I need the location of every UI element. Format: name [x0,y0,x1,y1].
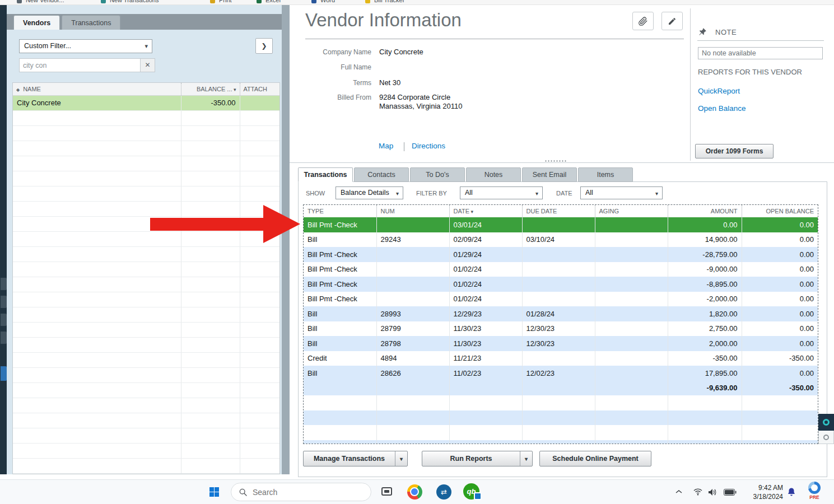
transactions-table-header[interactable]: TYPE NUM DATE DUE DATE AGING AMOUNT OPEN… [304,205,818,217]
vendor-row-empty [13,231,279,246]
rail-shortcut-icon[interactable] [1,332,7,344]
transaction-row[interactable]: Bill2879811/30/2312/30/232,000.000.00 [304,336,818,351]
pre-badge: PRE [807,494,822,500]
pre-app-icon [808,482,821,494]
vendor-row-empty [13,201,279,216]
left-panel-tabs: Vendors Transactions [7,14,282,30]
vendor-row[interactable]: City Concrete-350.00 [13,95,279,110]
tab-sent-email[interactable]: Sent Email [522,167,577,182]
order-1099-forms-button[interactable]: Order 1099 Forms [695,144,774,158]
field-billed-from: Billed From 9284 Corporate Circle Manass… [305,93,462,111]
transaction-row[interactable]: Bill Pmt -Check03/01/240.000.00 [304,217,818,232]
taskbar-clock[interactable]: 9:42 AM 3/18/2024 [740,483,783,501]
quickreport-link[interactable]: QuickReport [698,87,740,95]
column-header-open-balance: OPEN BALANCE [742,205,818,217]
custom-filter-value: Custom Filter... [24,42,71,50]
show-filter-label: SHOW [306,190,325,197]
filter-by-label: FILTER BY [416,190,447,197]
tab-transactions-left[interactable]: Transactions [62,15,120,30]
vendor-center-left-panel: Vendors Transactions Custom Filter... NA… [7,5,282,474]
task-view-button[interactable] [381,487,392,496]
field-label: Company Name [305,48,371,57]
clear-search-button[interactable] [141,58,155,72]
open-balance-link[interactable]: Open Balance [698,104,746,113]
edit-vendor-button[interactable] [661,12,683,30]
page-title: Vendor Information [305,10,462,31]
filter-by-dropdown[interactable]: All [460,186,543,199]
link-separator [404,142,404,151]
toolbar-label: Word [320,0,335,3]
transaction-row[interactable]: Bill2899312/29/2301/28/241,820.000.00 [304,306,818,321]
transaction-row[interactable]: Bill2862611/02/2312/02/2317,895.000.00 [304,366,818,381]
rail-shortcut-icon[interactable] [1,278,7,290]
chrome-icon[interactable] [407,484,422,500]
run-reports-dropdown-arrow[interactable] [520,451,532,466]
vendor-search-input[interactable] [19,58,141,72]
tray-chevron-up-icon[interactable] [675,489,682,494]
transaction-row[interactable]: Bill2879911/30/2312/30/232,750.000.00 [304,321,818,337]
tab-items[interactable]: Items [578,167,633,182]
volume-icon[interactable] [708,488,717,496]
transaction-row[interactable]: Bill2924302/09/2403/10/2414,900.000.00 [304,232,818,248]
rail-shortcut-icon[interactable] [1,296,7,308]
manage-transactions-dropdown-arrow[interactable] [395,451,407,466]
field-terms: Terms Net 30 [305,78,400,87]
vendor-information-panel: Vendor Information Company Name City Con… [290,5,834,474]
vendor-row-empty [13,277,279,292]
start-button[interactable] [209,487,219,499]
battery-icon[interactable] [724,489,737,496]
transaction-row[interactable]: Bill Pmt -Check01/29/24-28,759.000.00 [304,247,818,262]
rail-shortcut-icon[interactable] [1,314,7,326]
vendor-list-header[interactable]: NAME BALANCE ... ATTACH [13,83,279,95]
transaction-row[interactable]: Bill Pmt -Check01/02/24-8,895.000.00 [304,277,818,292]
map-link[interactable]: Map [379,142,393,150]
vendor-row-empty [13,322,279,337]
show-dropdown[interactable]: Balance Details [336,186,403,199]
splitter-grip[interactable] [544,160,567,162]
directions-link[interactable]: Directions [412,142,445,150]
floating-helper-widget[interactable] [818,414,834,444]
vendor-row-empty [13,171,279,186]
manage-transactions-label: Manage Transactions [304,451,395,466]
floating-widget-button[interactable] [818,431,834,444]
note-input[interactable] [698,47,823,59]
vendor-row-empty [13,413,279,428]
quickbooks-vendor-center-window: New Vendor... New Transactions Print Exc… [0,0,834,504]
dot-icon [823,435,829,440]
vendor-row-empty [13,443,279,458]
taskbar-search-box[interactable] [231,483,371,501]
tab-todos[interactable]: To Do's [410,167,465,182]
column-header-date[interactable]: DATE [449,205,522,217]
run-reports-button[interactable]: Run Reports [422,451,533,466]
taskbar-search-input[interactable] [253,488,353,497]
vendor-row-empty [13,262,279,277]
tab-vendors[interactable]: Vendors [13,15,60,30]
excel-icon [257,0,262,3]
column-header-name: NAME [23,86,41,92]
notifications-bell-icon[interactable] [786,487,796,497]
note-header: NOTE [715,28,737,36]
rail-shortcut-icon-active[interactable] [1,366,7,381]
transaction-row[interactable]: Credit489411/21/23-350.00-350.00 [304,351,818,366]
transaction-row[interactable]: Bill Pmt -Check01/02/24-9,000.000.00 [304,262,818,277]
vendor-row-empty [13,125,279,141]
wifi-icon[interactable] [693,488,702,496]
tab-contacts[interactable]: Contacts [354,167,409,182]
tab-transactions[interactable]: Transactions [298,167,353,182]
tray-app-pre[interactable]: PRE [807,482,822,500]
manage-transactions-button[interactable]: Manage Transactions [303,451,408,466]
clock-time: 9:42 AM [740,483,783,492]
expand-panel-button[interactable] [255,38,273,54]
vendor-row-empty [13,367,279,382]
custom-filter-dropdown[interactable]: Custom Filter... [19,39,152,53]
column-header-type: TYPE [304,205,376,217]
attach-button[interactable] [632,12,654,30]
transaction-row[interactable]: Bill Pmt -Check01/02/24-2,000.000.00 [304,292,818,307]
app-window-badge-icon [474,492,482,500]
new-vendor-icon [17,0,22,3]
remote-app-icon[interactable] [436,484,451,500]
tab-notes[interactable]: Notes [466,167,521,182]
date-dropdown[interactable]: All [580,186,663,199]
schedule-online-payment-button[interactable]: Schedule Online Payment [539,451,651,466]
vendor-row-empty [13,156,279,171]
